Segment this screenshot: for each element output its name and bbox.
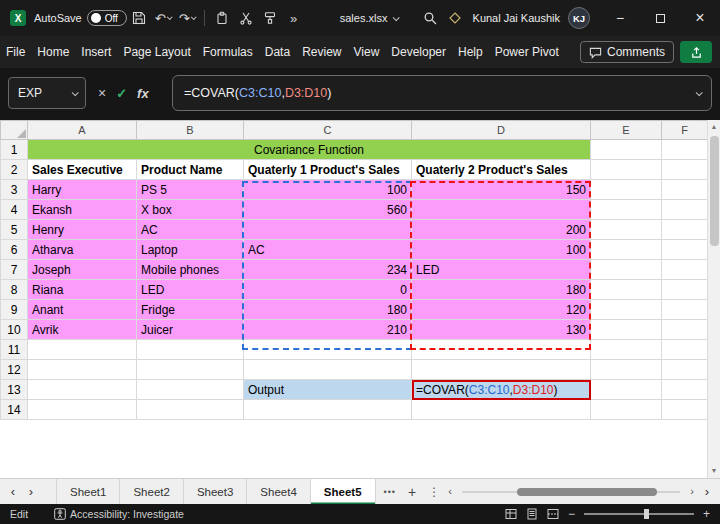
table-title-cell[interactable]: Covariance Function (28, 140, 591, 160)
cell[interactable] (591, 140, 662, 160)
cell[interactable] (591, 360, 662, 380)
row-header[interactable]: 7 (1, 260, 28, 280)
tab-file[interactable]: File (0, 36, 31, 68)
name-box[interactable]: EXP (8, 77, 86, 109)
cell[interactable]: Henry (28, 220, 137, 240)
row-header[interactable]: 5 (1, 220, 28, 240)
enter-check-icon[interactable]: ✓ (116, 86, 127, 101)
row-header[interactable]: 9 (1, 300, 28, 320)
document-title[interactable]: sales.xlsx (340, 12, 399, 24)
cell[interactable] (412, 400, 591, 420)
sheet-tab-2[interactable]: Sheet2 (120, 479, 183, 505)
cell[interactable] (662, 300, 708, 320)
cell[interactable] (591, 200, 662, 220)
vertical-scrollbar[interactable]: ▲ ▼ (707, 120, 720, 478)
accessibility-checker[interactable]: Accessibility: Investigate (54, 508, 184, 520)
cell[interactable]: Mobile phones (137, 260, 244, 280)
cell[interactable] (28, 400, 137, 420)
cell[interactable]: Laptop (137, 240, 244, 260)
cell[interactable] (28, 380, 137, 400)
cell[interactable]: Avrik (28, 320, 137, 340)
tab-view[interactable]: View (348, 36, 386, 68)
row-header[interactable]: 1 (1, 140, 28, 160)
autosave-control[interactable]: AutoSave Off (34, 10, 127, 26)
row-header[interactable]: 3 (1, 180, 28, 200)
cancel-icon[interactable]: × (98, 85, 106, 101)
select-all-corner[interactable] (1, 121, 28, 140)
formula-input[interactable]: =COVAR(C3:C10,D3:D10) (172, 75, 712, 111)
cell[interactable] (591, 280, 662, 300)
cell[interactable] (591, 180, 662, 200)
cell[interactable]: Atharva (28, 240, 137, 260)
row-header[interactable]: 6 (1, 240, 28, 260)
header-cell[interactable]: Quaterly 2 Product's Sales (412, 160, 591, 180)
header-cell[interactable]: Quaterly 1 Product's Sales (244, 160, 412, 180)
cell[interactable] (137, 400, 244, 420)
maximize-button[interactable] (640, 0, 680, 36)
row-header[interactable]: 10 (1, 320, 28, 340)
row-header[interactable]: 12 (1, 360, 28, 380)
clipboard-icon[interactable] (210, 6, 234, 30)
horizontal-scrollbar[interactable]: ‹ › (448, 479, 694, 505)
cell[interactable] (244, 360, 412, 380)
cell[interactable] (662, 340, 708, 360)
cell[interactable]: 100 (412, 240, 591, 260)
expand-formula-bar-icon[interactable] (696, 89, 703, 96)
cell[interactable] (137, 360, 244, 380)
cell[interactable]: LED (412, 260, 591, 280)
row-header[interactable]: 4 (1, 200, 28, 220)
cell[interactable] (244, 340, 412, 360)
name-box-dropdown-icon[interactable] (72, 89, 79, 96)
cell[interactable]: 100 (244, 180, 412, 200)
comments-button[interactable]: Comments (580, 41, 674, 63)
cell[interactable]: 150 (412, 180, 591, 200)
avatar[interactable]: KJ (568, 7, 590, 29)
cell[interactable] (591, 160, 662, 180)
cell[interactable] (591, 340, 662, 360)
cell[interactable] (591, 260, 662, 280)
cell[interactable]: 180 (244, 300, 412, 320)
header-cell[interactable]: Sales Executive (28, 160, 137, 180)
row-header[interactable]: 11 (1, 340, 28, 360)
cell[interactable]: Riana (28, 280, 137, 300)
cell[interactable]: X box (137, 200, 244, 220)
cell[interactable]: Joseph (28, 260, 137, 280)
minimize-button[interactable]: − (600, 0, 640, 36)
column-header-d-selected[interactable]: D (412, 121, 591, 140)
cell[interactable] (591, 240, 662, 260)
cell[interactable] (662, 180, 708, 200)
cell[interactable]: 0 (244, 280, 412, 300)
scroll-up-icon[interactable]: ▲ (708, 120, 720, 134)
cell[interactable]: 560 (244, 200, 412, 220)
insert-function-icon[interactable]: fx (137, 86, 149, 101)
page-break-view-icon[interactable] (547, 508, 559, 520)
cell[interactable] (662, 280, 708, 300)
more-sheets-icon[interactable]: ••• (384, 487, 396, 497)
cell[interactable] (591, 380, 662, 400)
user-name[interactable]: Kunal Jai Kaushik (473, 12, 560, 24)
column-header-a[interactable]: A (28, 121, 137, 140)
hscroll-left-icon[interactable]: ‹ (448, 485, 452, 497)
cell[interactable] (244, 220, 412, 240)
sheet-tab-4[interactable]: Sheet4 (247, 479, 310, 505)
cell[interactable]: 210 (244, 320, 412, 340)
zoom-slider-thumb[interactable] (644, 509, 649, 519)
worksheet-grid[interactable]: A B C D E F 1 Covariance Function 2 Sale… (0, 120, 720, 478)
zoom-slider[interactable] (584, 513, 694, 515)
cell[interactable] (28, 360, 137, 380)
cell[interactable] (662, 400, 708, 420)
normal-view-icon[interactable] (505, 508, 517, 520)
sheet-tab-3[interactable]: Sheet3 (184, 479, 247, 505)
hscroll-right-icon[interactable]: › (690, 485, 694, 497)
cell[interactable] (662, 360, 708, 380)
cell[interactable]: Anant (28, 300, 137, 320)
column-header-b[interactable]: B (137, 121, 244, 140)
tab-power-pivot[interactable]: Power Pivot (489, 36, 565, 68)
sheet-tab-5-active[interactable]: Sheet5 (311, 479, 376, 505)
cell[interactable] (412, 340, 591, 360)
cell[interactable]: AC (244, 240, 412, 260)
cell[interactable]: PS 5 (137, 180, 244, 200)
cell[interactable] (244, 400, 412, 420)
active-formula-cell[interactable]: =COVAR(C3:C10,D3:D10) (412, 380, 591, 400)
header-cell[interactable]: Product Name (137, 160, 244, 180)
